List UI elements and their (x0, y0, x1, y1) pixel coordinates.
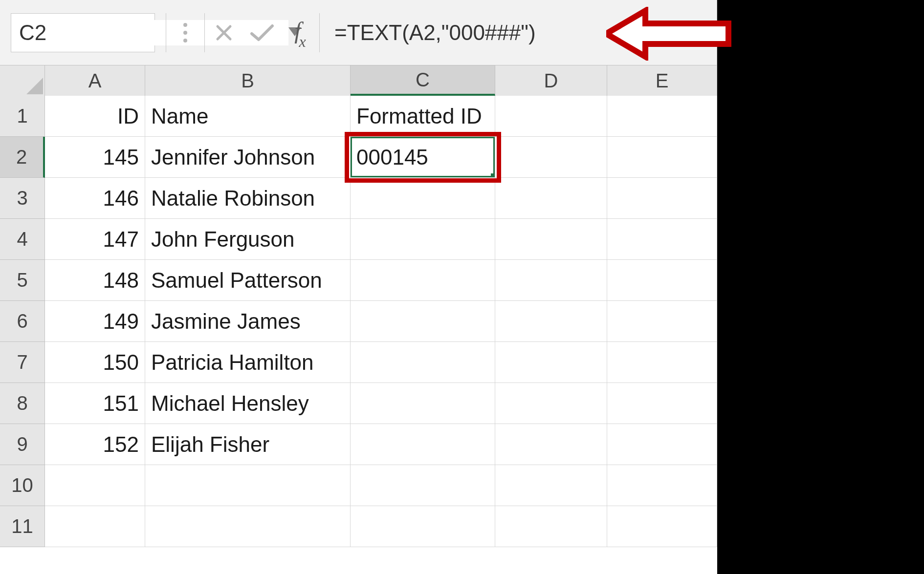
row: 8151Michael Hensley (0, 383, 717, 424)
cell-B10[interactable] (145, 465, 351, 506)
cell-D5[interactable] (495, 260, 607, 301)
row: 5148Samuel Patterson (0, 260, 717, 301)
cell-C1[interactable]: Formatted ID (351, 96, 495, 137)
formula-bar: fx (0, 0, 717, 65)
cell-E6[interactable] (607, 301, 717, 342)
cell-D6[interactable] (495, 301, 607, 342)
cell-E4[interactable] (607, 219, 717, 260)
cell-B8[interactable]: Michael Hensley (145, 383, 351, 424)
cell-E3[interactable] (607, 178, 717, 219)
cell-D1[interactable] (495, 96, 607, 137)
cell-D9[interactable] (495, 424, 607, 465)
column-header-E[interactable]: E (607, 65, 717, 96)
row-header-3[interactable]: 3 (0, 178, 45, 219)
column-header-A[interactable]: A (45, 65, 145, 96)
row-header-7[interactable]: 7 (0, 342, 45, 383)
row-header-6[interactable]: 6 (0, 301, 45, 342)
cell-B6[interactable]: Jasmine James (145, 301, 351, 342)
row-header-10[interactable]: 10 (0, 465, 45, 506)
name-box[interactable] (11, 13, 155, 52)
column-header-B[interactable]: B (145, 65, 351, 96)
row-header-11[interactable]: 11 (0, 506, 45, 547)
fx-icon: fx (294, 17, 306, 48)
cell-A9[interactable]: 152 (45, 424, 145, 465)
cell-B3[interactable]: Natalie Robinson (145, 178, 351, 219)
row: 6149Jasmine James (0, 301, 717, 342)
row-header-1[interactable]: 1 (0, 96, 45, 137)
cell-C4[interactable] (351, 219, 495, 260)
insert-function-button[interactable]: fx (281, 13, 319, 52)
row: 1IDNameFormatted ID (0, 96, 717, 137)
cell-C8[interactable] (351, 383, 495, 424)
row: 10 (0, 465, 717, 506)
enter-button[interactable] (243, 13, 281, 52)
cell-A3[interactable]: 146 (45, 178, 145, 219)
cell-E11[interactable] (607, 506, 717, 547)
cell-A5[interactable]: 148 (45, 260, 145, 301)
column-header-row: ABCDE (0, 65, 717, 96)
cell-C2[interactable]: 000145 (351, 137, 495, 178)
divider (319, 13, 320, 52)
cell-A10[interactable] (45, 465, 145, 506)
row-header-5[interactable]: 5 (0, 260, 45, 301)
cell-C11[interactable] (351, 506, 495, 547)
cancel-button[interactable] (205, 13, 243, 52)
cell-C5[interactable] (351, 260, 495, 301)
cell-E9[interactable] (607, 424, 717, 465)
cell-D4[interactable] (495, 219, 607, 260)
formula-input[interactable] (333, 20, 717, 45)
cell-B11[interactable] (145, 506, 351, 547)
row: 7150Patricia Hamilton (0, 342, 717, 383)
select-all-corner[interactable] (0, 65, 45, 96)
svg-point-2 (183, 31, 187, 35)
cell-D11[interactable] (495, 506, 607, 547)
row: 4147John Ferguson (0, 219, 717, 260)
row: 2145Jennifer Johnson000145 (0, 137, 717, 178)
spreadsheet-grid[interactable]: 1IDNameFormatted ID2145Jennifer Johnson0… (0, 96, 717, 547)
cell-C7[interactable] (351, 342, 495, 383)
cell-E5[interactable] (607, 260, 717, 301)
cell-B9[interactable]: Elijah Fisher (145, 424, 351, 465)
cell-E7[interactable] (607, 342, 717, 383)
cell-B4[interactable]: John Ferguson (145, 219, 351, 260)
cell-A7[interactable]: 150 (45, 342, 145, 383)
excel-window: fx ABCDE 1IDNameFormatted ID2145Jennifer… (0, 0, 717, 574)
cell-A6[interactable]: 149 (45, 301, 145, 342)
cell-A11[interactable] (45, 506, 145, 547)
cell-E8[interactable] (607, 383, 717, 424)
row: 11 (0, 506, 717, 547)
row-header-9[interactable]: 9 (0, 424, 45, 465)
cell-A2[interactable]: 145 (45, 137, 145, 178)
row: 3146Natalie Robinson (0, 178, 717, 219)
row: 9152Elijah Fisher (0, 424, 717, 465)
svg-point-1 (183, 23, 187, 27)
cell-A4[interactable]: 147 (45, 219, 145, 260)
cell-E1[interactable] (607, 96, 717, 137)
row-header-2[interactable]: 2 (0, 137, 45, 178)
cell-D10[interactable] (495, 465, 607, 506)
cell-A8[interactable]: 151 (45, 383, 145, 424)
cell-C10[interactable] (351, 465, 495, 506)
row-header-4[interactable]: 4 (0, 219, 45, 260)
column-header-C[interactable]: C (351, 65, 495, 96)
cell-D3[interactable] (495, 178, 607, 219)
svg-marker-6 (26, 78, 43, 94)
cell-C9[interactable] (351, 424, 495, 465)
svg-point-3 (183, 39, 187, 43)
cell-B2[interactable]: Jennifer Johnson (145, 137, 351, 178)
cell-B5[interactable]: Samuel Patterson (145, 260, 351, 301)
cell-B1[interactable]: Name (145, 96, 351, 137)
options-button[interactable] (166, 13, 204, 52)
cell-E10[interactable] (607, 465, 717, 506)
cell-C6[interactable] (351, 301, 495, 342)
cell-C3[interactable] (351, 178, 495, 219)
row-header-8[interactable]: 8 (0, 383, 45, 424)
cell-E2[interactable] (607, 137, 717, 178)
column-header-D[interactable]: D (495, 65, 607, 96)
cell-B7[interactable]: Patricia Hamilton (145, 342, 351, 383)
cell-D7[interactable] (495, 342, 607, 383)
cell-D8[interactable] (495, 383, 607, 424)
cell-D2[interactable] (495, 137, 607, 178)
cell-A1[interactable]: ID (45, 96, 145, 137)
